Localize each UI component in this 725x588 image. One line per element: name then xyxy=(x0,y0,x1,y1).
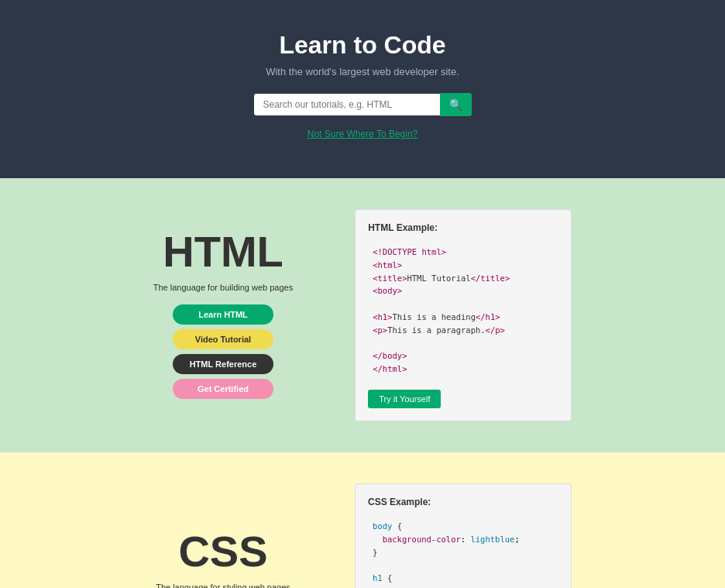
html-desc: The language for building web pages xyxy=(153,283,293,292)
search-button[interactable]: 🔍 xyxy=(440,93,472,116)
header-section: Learn to Code With the world's largest w… xyxy=(0,0,725,178)
video-tutorial-button[interactable]: Video Tutorial xyxy=(173,329,273,349)
css-desc: The language for styling web pages xyxy=(153,583,293,588)
html-example-title: HTML Example: xyxy=(368,222,558,233)
learn-html-button[interactable]: Learn HTML xyxy=(173,304,273,325)
css-code-card: CSS Example: body { background-color: li… xyxy=(355,483,572,588)
css-section: CSS The language for styling web pages L… xyxy=(0,452,725,588)
html-section: HTML The language for building web pages… xyxy=(0,178,725,452)
html-code-block: <!DOCTYPE html> <html> <title>HTML Tutor… xyxy=(368,241,558,380)
css-example-title: CSS Example: xyxy=(368,497,558,507)
html-info: HTML The language for building web pages… xyxy=(153,226,293,404)
tagline: With the world's largest web developer s… xyxy=(15,66,710,77)
html-reference-button[interactable]: HTML Reference xyxy=(173,354,273,374)
html-title: HTML xyxy=(153,226,293,277)
search-input[interactable] xyxy=(254,94,440,115)
html-try-button[interactable]: Try it Yourself xyxy=(368,390,441,408)
css-code-block: body { background-color: lightblue; } h1… xyxy=(368,515,558,588)
css-title: CSS xyxy=(153,526,293,576)
html-code-card: HTML Example: <!DOCTYPE html> <html> <ti… xyxy=(355,209,572,421)
not-sure-link[interactable]: Not Sure Where To Begin? xyxy=(15,129,710,139)
search-bar: 🔍 xyxy=(254,93,472,116)
html-certified-button[interactable]: Get Certified xyxy=(173,379,273,399)
page-title: Learn to Code xyxy=(15,31,710,60)
css-info: CSS The language for styling web pages L… xyxy=(153,526,293,588)
